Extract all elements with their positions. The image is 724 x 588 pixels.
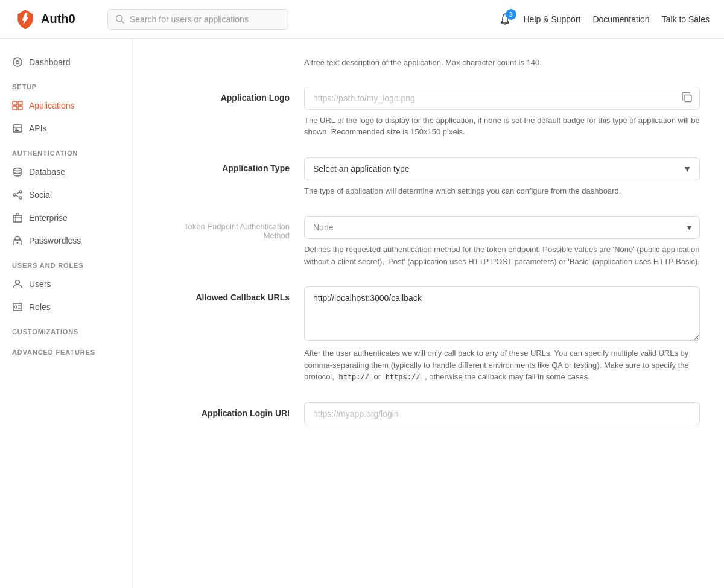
sidebar-dashboard-label: Dashboard [29, 57, 71, 67]
sidebar-roles-label: Roles [29, 302, 51, 312]
sidebar-item-roles[interactable]: Roles [0, 296, 132, 318]
talk-to-sales-link[interactable]: Talk to Sales [662, 14, 710, 24]
callback-field: http://localhost:3000/callback After the… [304, 286, 700, 383]
users-roles-section-label: USERS AND ROLES [0, 252, 132, 273]
notification-badge: 3 [506, 9, 516, 20]
sidebar-database-label: Database [29, 167, 65, 177]
applications-icon [12, 100, 23, 111]
token-field: None Post Basic ▾ Defines the requested … [304, 216, 700, 267]
apis-icon [12, 123, 23, 134]
svg-point-3 [16, 61, 19, 64]
logo-field: The URL of the logo to display for the a… [304, 87, 700, 138]
roles-icon [12, 302, 23, 312]
sidebar-passwordless-label: Passwordless [29, 236, 81, 245]
passwordless-icon [12, 235, 23, 246]
svg-rect-6 [13, 106, 17, 110]
app-type-select-wrapper: Select an application type Native Single… [304, 157, 700, 180]
callback-textarea[interactable]: http://localhost:3000/callback [304, 286, 700, 341]
logo-label: Application Logo [157, 87, 290, 103]
sidebar-apis-label: APIs [29, 124, 47, 133]
customizations-section-label: CUSTOMIZATIONS [0, 318, 132, 339]
top-nav: Auth0 Search for users or applications 3… [0, 0, 724, 39]
svg-line-1 [122, 21, 124, 23]
logo-field-row: Application Logo The URL of the logo to … [157, 87, 700, 138]
sidebar-item-applications[interactable]: Applications [0, 94, 132, 117]
copy-icon[interactable] [682, 92, 693, 104]
svg-rect-7 [18, 106, 22, 110]
dashboard-icon [12, 57, 23, 68]
logo-text: Auth0 [41, 12, 75, 26]
svg-point-25 [14, 306, 17, 308]
sidebar-applications-label: Applications [29, 101, 75, 110]
token-hint: Defines the requested authentication met… [304, 244, 700, 267]
svg-point-14 [13, 194, 16, 196]
authentication-section-label: AUTHENTICATION [0, 140, 132, 160]
svg-point-15 [19, 197, 22, 199]
login-uri-field [304, 402, 700, 425]
callback-label: Allowed Callback URLs [157, 286, 290, 302]
login-uri-field-row: Application Login URI [157, 402, 700, 425]
callback-code-http: http:// [337, 373, 372, 382]
database-icon [12, 166, 23, 177]
svg-point-2 [13, 58, 22, 66]
svg-point-12 [14, 168, 21, 171]
callback-code-https: https:// [383, 373, 423, 382]
token-select[interactable]: None Post Basic [304, 216, 700, 239]
logo-input-wrapper [304, 87, 700, 110]
login-uri-input[interactable] [304, 402, 700, 425]
sidebar: Dashboard SETUP Applications [0, 39, 133, 588]
sidebar-social-label: Social [29, 190, 52, 200]
svg-point-22 [17, 242, 19, 244]
logo-hint: The URL of the logo to display for the a… [304, 115, 700, 138]
sidebar-item-enterprise[interactable]: Enterprise [0, 206, 132, 229]
app-type-label: Application Type [157, 157, 290, 173]
setup-section-label: SETUP [0, 74, 132, 94]
social-icon [12, 189, 23, 200]
svg-rect-4 [13, 101, 17, 105]
sidebar-users-label: Users [29, 279, 51, 289]
sidebar-item-users[interactable]: Users [0, 273, 132, 296]
svg-rect-28 [685, 95, 691, 101]
sidebar-item-social[interactable]: Social [0, 183, 132, 206]
search-placeholder-text: Search for users or applications [130, 14, 249, 24]
search-icon [115, 14, 125, 24]
login-uri-label: Application Login URI [157, 402, 290, 418]
svg-point-23 [16, 280, 20, 285]
notification-button[interactable]: 3 [498, 13, 512, 26]
token-label: Token Endpoint Authentication Method [157, 216, 290, 240]
svg-point-13 [19, 191, 22, 193]
app-type-field: Select an application type Native Single… [304, 157, 700, 197]
logo-input[interactable] [304, 87, 700, 110]
users-icon [12, 279, 23, 289]
app-type-hint: The type of application will determine w… [304, 185, 700, 197]
main-layout: Dashboard SETUP Applications [0, 39, 724, 588]
advanced-features-section-label: ADVANCED FEATURES [0, 339, 132, 359]
enterprise-icon [12, 212, 23, 223]
nav-right: 3 Help & Support Documentation Talk to S… [498, 13, 710, 26]
sidebar-item-apis[interactable]: APIs [0, 117, 132, 140]
sidebar-item-database[interactable]: Database [0, 160, 132, 183]
logo: Auth0 [14, 8, 93, 30]
sidebar-enterprise-label: Enterprise [29, 213, 68, 223]
svg-rect-8 [13, 125, 22, 132]
main-content: A free text description of the applicati… [133, 39, 724, 588]
svg-rect-5 [18, 101, 22, 105]
app-type-select[interactable]: Select an application type Native Single… [304, 157, 700, 180]
description-hint: A free text description of the applicati… [304, 57, 700, 69]
callback-hint: After the user authenticates we will onl… [304, 347, 700, 383]
search-bar[interactable]: Search for users or applications [107, 9, 288, 30]
token-select-wrapper: None Post Basic ▾ [304, 216, 700, 239]
app-type-field-row: Application Type Select an application t… [157, 157, 700, 197]
token-field-row: Token Endpoint Authentication Method Non… [157, 216, 700, 267]
help-support-link[interactable]: Help & Support [524, 14, 581, 24]
documentation-link[interactable]: Documentation [592, 14, 649, 24]
auth0-logo-icon [14, 8, 36, 30]
sidebar-item-dashboard[interactable]: Dashboard [0, 51, 132, 74]
sidebar-item-passwordless[interactable]: Passwordless [0, 229, 132, 252]
svg-line-16 [16, 192, 19, 194]
svg-rect-18 [13, 215, 22, 222]
svg-line-17 [16, 195, 19, 197]
callback-field-row: Allowed Callback URLs http://localhost:3… [157, 286, 700, 383]
